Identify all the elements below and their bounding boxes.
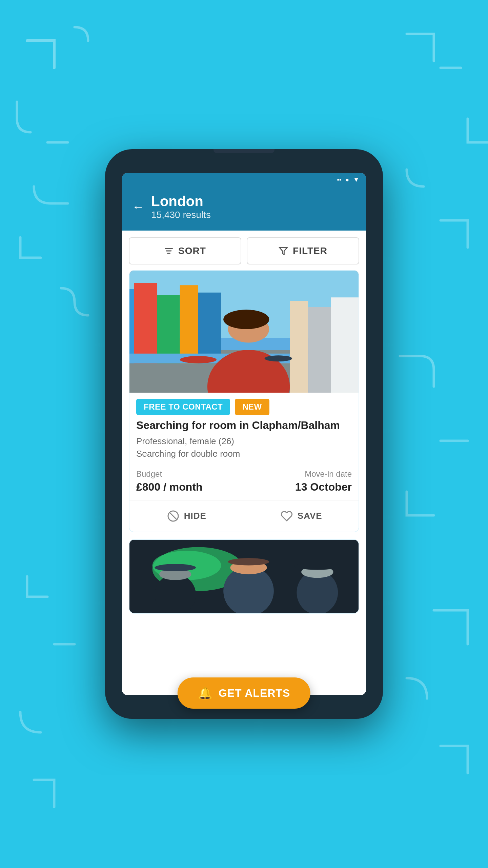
listing-image [129,271,359,393]
preview-image [129,540,359,613]
wifi-icon: ● [345,176,349,183]
back-button[interactable]: ← [132,201,144,213]
get-alerts-button[interactable]: 🔔 GET ALERTS [178,677,310,695]
get-alerts-label: GET ALERTS [219,687,290,695]
results-count: 15,430 results [151,210,211,220]
hide-label: HIDE [184,511,206,521]
listing-actions: HIDE SAVE [129,500,359,532]
svg-point-33 [294,563,340,570]
content-area: FREE TO CONTACT NEW Searching for room i… [122,264,366,695]
sort-button[interactable]: SORT [129,237,241,264]
signal-icon: ▪▪ [337,176,342,183]
header-text: London 15,430 results [151,193,211,220]
listing-image-inner [129,271,359,393]
svg-point-19 [265,355,292,361]
budget-label: Budget [136,469,203,479]
svg-line-21 [169,512,177,519]
listing-card[interactable]: FREE TO CONTACT NEW Searching for room i… [129,270,359,532]
sort-filter-bar: SORT FILTER [122,231,366,264]
listing-title: Searching for room in Clapham/Balham [136,418,352,433]
budget-group: Budget £800 / month [136,469,203,493]
movein-group: Move-in date 13 October [295,469,352,493]
save-button[interactable]: SAVE [244,500,359,532]
header: ← London 15,430 results [122,186,366,231]
svg-point-14 [223,310,269,329]
svg-point-18 [180,356,217,363]
svg-rect-16 [308,307,331,393]
listing-room-type: Searching for double room [136,449,352,459]
svg-point-27 [155,564,196,571]
listing-photo-svg [129,271,359,393]
movein-value: 13 October [295,481,352,493]
listing-info: Searching for room in Clapham/Balham Pro… [129,418,359,469]
hide-button[interactable]: HIDE [129,500,244,532]
phone-notch [214,149,274,153]
listing-card-preview[interactable] [129,539,359,614]
preview-photo-svg [129,540,359,613]
free-to-contact-tag: FREE TO CONTACT [136,399,230,415]
budget-value: £800 / month [136,481,203,493]
sort-icon [164,246,174,256]
battery-icon: ▼ [353,176,359,183]
sort-label: SORT [178,245,206,256]
bell-icon: 🔔 [198,686,212,695]
svg-rect-17 [331,297,359,393]
city-title: London [151,193,211,210]
filter-label: FILTER [293,245,327,256]
new-tag: NEW [235,399,269,415]
status-bar: ▪▪ ● ▼ [122,173,366,186]
save-label: SAVE [298,511,322,521]
get-alerts-wrapper: 🔔 GET ALERTS [178,677,310,695]
svg-marker-3 [279,248,287,255]
hide-icon [167,510,179,522]
phone-frame: ▪▪ ● ▼ ← London 15,430 results SORT [105,149,383,719]
save-heart-icon [281,510,293,522]
filter-icon [279,246,288,256]
svg-rect-15 [290,301,308,393]
listing-subtitle: Professional, female (26) [136,436,352,447]
listing-tags: FREE TO CONTACT NEW [129,393,359,418]
svg-point-30 [228,558,269,566]
movein-label: Move-in date [295,469,352,479]
listing-details: Budget £800 / month Move-in date 13 Octo… [129,469,359,500]
phone-screen: ▪▪ ● ▼ ← London 15,430 results SORT [122,173,366,695]
filter-button[interactable]: FILTER [247,237,359,264]
